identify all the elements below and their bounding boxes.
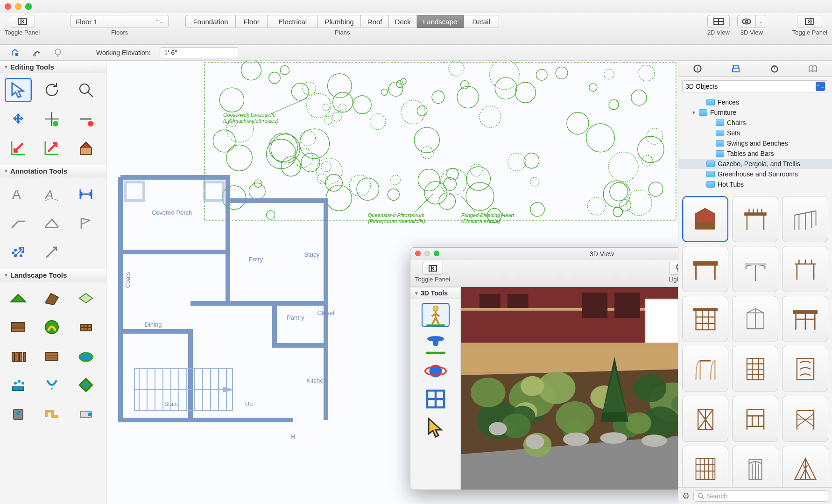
tool-pad[interactable]: [72, 286, 99, 310]
minimize-icon[interactable]: [15, 3, 21, 10]
toggle-right-panel-button[interactable]: [797, 15, 822, 28]
object-thumb[interactable]: [782, 196, 828, 242]
tool-terrain[interactable]: [5, 286, 32, 310]
tree-node[interactable]: Gazebo, Pergola, and Trellis: [678, 159, 832, 169]
plan-tab-floor[interactable]: Floor: [236, 15, 268, 28]
elevation-input[interactable]: [160, 47, 239, 58]
tool-path[interactable]: [38, 315, 65, 339]
search-input[interactable]: Search: [693, 490, 828, 502]
plan-tab-deck[interactable]: Deck: [389, 15, 417, 28]
tool-flag[interactable]: [72, 211, 99, 235]
mode-tree-icon[interactable]: [52, 47, 63, 58]
tool-sprinkler[interactable]: [5, 373, 32, 397]
plan-tab-plumbing[interactable]: Plumbing: [318, 15, 361, 28]
minimize-icon[interactable]: [424, 251, 430, 256]
plan-tab-detail[interactable]: Detail: [464, 15, 499, 28]
tool-fence-picket[interactable]: [5, 344, 32, 368]
tool-plan-3d[interactable]: [422, 387, 450, 411]
section-annotation-tools[interactable]: ▼Annotation Tools: [0, 165, 106, 177]
tool-roof-annot[interactable]: [38, 211, 65, 235]
tool-fence-panel[interactable]: [38, 344, 65, 368]
plan-tab-electrical[interactable]: Electrical: [268, 15, 318, 28]
tool-bench[interactable]: [5, 315, 32, 339]
category-tree[interactable]: Fences▼FurnitureChairsSetsSwings and Ben…: [678, 96, 832, 192]
tool-arrow[interactable]: [38, 240, 65, 264]
tool-pond[interactable]: [72, 344, 99, 368]
object-thumb[interactable]: [682, 446, 728, 487]
gear-icon[interactable]: ⚙: [682, 491, 690, 501]
mode-build-icon[interactable]: [9, 47, 21, 58]
tree-node[interactable]: Tables and Bars: [678, 148, 832, 159]
tool-valve[interactable]: [72, 373, 99, 397]
fullscreen-icon[interactable]: [25, 3, 32, 10]
tool-house[interactable]: [72, 136, 99, 160]
plans-segmented[interactable]: FoundationFloorElectricalPlumbingRoofDec…: [185, 15, 499, 28]
toggle-panel-3d-button[interactable]: [423, 262, 443, 275]
window-3d-titlebar[interactable]: 3D View: [410, 248, 678, 260]
view-2d-button[interactable]: [707, 15, 730, 28]
object-thumb[interactable]: [782, 446, 828, 487]
view-3d-menu[interactable]: ⌄: [756, 15, 766, 28]
object-thumb[interactable]: [782, 396, 828, 442]
fullscreen-icon[interactable]: [434, 251, 439, 256]
tool-pan[interactable]: [5, 107, 32, 131]
plan-tab-landscape[interactable]: Landscape: [417, 15, 464, 28]
plan-tab-roof[interactable]: Roof: [361, 15, 389, 28]
tool-select[interactable]: [5, 78, 32, 102]
mode-paint-icon[interactable]: [31, 47, 42, 58]
tool-dimension[interactable]: [72, 182, 99, 206]
tree-node[interactable]: ▼Furniture: [678, 107, 832, 118]
object-thumb[interactable]: [732, 196, 778, 242]
tool-controller[interactable]: [5, 402, 32, 426]
tab-info-icon[interactable]: i: [691, 63, 704, 75]
tab-library-icon[interactable]: [807, 63, 819, 75]
tool-wall-out[interactable]: [38, 136, 65, 160]
object-thumb[interactable]: [682, 196, 728, 242]
tree-node[interactable]: Greenhouse and Sunrooms: [678, 169, 832, 179]
tree-node[interactable]: Sets: [678, 128, 832, 138]
library-select[interactable]: 3D Objects ⌃⌄: [682, 80, 828, 92]
plan-tab-foundation[interactable]: Foundation: [185, 15, 236, 28]
close-icon[interactable]: [415, 251, 421, 256]
object-thumb[interactable]: [782, 346, 828, 392]
tool-wall-in[interactable]: [5, 136, 32, 160]
tool-lot[interactable]: [38, 286, 65, 310]
close-icon[interactable]: [5, 3, 11, 10]
tool-drip[interactable]: [38, 373, 65, 397]
tool-snap-red[interactable]: [72, 107, 99, 131]
tool-walkthrough[interactable]: [422, 303, 450, 327]
tool-revision-cloud[interactable]: [5, 240, 32, 264]
section-editing-tools[interactable]: ▼Editing Tools: [0, 61, 106, 73]
tool-pipe[interactable]: [38, 402, 65, 426]
tree-node[interactable]: Chairs: [678, 118, 832, 128]
window-3d-view[interactable]: 3D View Toggle Panel Lighting ⌄3D Style …: [410, 247, 678, 490]
tool-select-3d[interactable]: [422, 415, 450, 439]
object-thumb[interactable]: [732, 346, 778, 392]
toggle-left-panel-button[interactable]: [10, 15, 35, 28]
tree-node[interactable]: Swings and Benches: [678, 138, 832, 148]
object-thumb[interactable]: [782, 296, 828, 342]
tool-rotate[interactable]: [38, 78, 65, 102]
tool-flyover[interactable]: [422, 331, 450, 355]
object-thumb[interactable]: [682, 346, 728, 392]
object-thumb[interactable]: [682, 396, 728, 442]
tree-node[interactable]: Hot Tubs: [678, 179, 832, 189]
object-thumb[interactable]: [732, 396, 778, 442]
object-thumb[interactable]: [732, 446, 778, 487]
tab-objects-icon[interactable]: [730, 63, 742, 75]
tool-retaining[interactable]: [72, 315, 99, 339]
tool-snap-green[interactable]: [38, 107, 65, 131]
tool-text[interactable]: A: [5, 182, 32, 206]
object-thumb[interactable]: [732, 296, 778, 342]
tool-orbit[interactable]: [422, 359, 450, 383]
tool-leader[interactable]: [5, 211, 32, 235]
object-thumb[interactable]: [682, 296, 728, 342]
object-thumb[interactable]: [782, 246, 828, 292]
tab-timer-icon[interactable]: [769, 63, 781, 75]
canvas-area[interactable]: Gooseneck Loosestrife (Lysimachia clethr…: [106, 61, 678, 504]
tool-text-arc[interactable]: A: [38, 182, 65, 206]
tree-node[interactable]: Fences: [678, 97, 832, 107]
view-3d-button[interactable]: [737, 15, 756, 28]
section-3d-tools[interactable]: ▼3D Tools: [410, 287, 460, 299]
render-viewport[interactable]: [461, 287, 678, 490]
